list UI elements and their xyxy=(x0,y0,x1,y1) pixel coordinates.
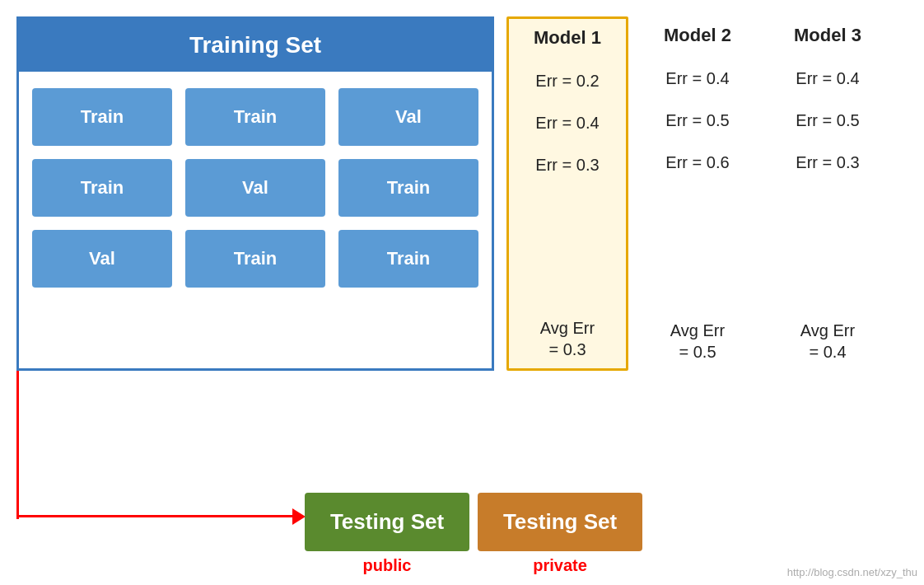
model3-err-1: Err = 0.5 xyxy=(796,111,859,130)
training-cell-r2-c1: Train xyxy=(185,230,325,288)
model1-err-2: Err = 0.3 xyxy=(535,156,599,175)
model2-err-1: Err = 0.5 xyxy=(665,111,729,130)
testing-private-item: Testing Set private xyxy=(478,493,642,575)
testing-public-label: public xyxy=(363,556,412,575)
model1-column: Model 1Err = 0.2Err = 0.4Err = 0.3Avg Er… xyxy=(506,16,628,371)
model3-avg: Avg Err= 0.4 xyxy=(800,311,855,363)
model1-avg: Avg Err= 0.3 xyxy=(540,309,595,360)
training-set-header: Training Set xyxy=(19,19,492,72)
model3-err-2: Err = 0.3 xyxy=(796,153,859,172)
model3-title: Model 3 xyxy=(794,25,861,46)
model3-column: Model 3Err = 0.4Err = 0.5Err = 0.3Avg Er… xyxy=(767,16,889,371)
model2-column: Model 2Err = 0.4Err = 0.5Err = 0.6Avg Er… xyxy=(637,16,758,371)
training-cell-r2-c0: Val xyxy=(32,230,172,288)
model2-avg: Avg Err= 0.5 xyxy=(670,311,725,363)
red-horizontal-line xyxy=(16,515,296,517)
training-cell-r0-c1: Train xyxy=(185,88,325,146)
model1-title: Model 1 xyxy=(534,27,601,49)
model1-err-1: Err = 0.4 xyxy=(535,114,599,133)
red-arrow-head xyxy=(292,508,306,525)
training-cell-r1-c2: Train xyxy=(338,159,478,217)
training-cell-r0-c0: Train xyxy=(32,88,172,146)
model1-err-0: Err = 0.2 xyxy=(535,72,599,91)
training-cell-r1-c1: Val xyxy=(185,159,325,217)
model3-err-0: Err = 0.4 xyxy=(796,69,859,88)
model1-column: Model 1Err = 0.2Err = 0.4Err = 0.3Avg Er… xyxy=(506,16,889,371)
testing-public-box: Testing Set xyxy=(305,493,469,551)
testing-private-label: private xyxy=(533,556,587,575)
model2-err-2: Err = 0.6 xyxy=(665,153,729,172)
model2-title: Model 2 xyxy=(664,25,731,46)
training-cell-r2-c2: Train xyxy=(338,230,478,288)
model2-err-0: Err = 0.4 xyxy=(665,69,729,88)
training-set-container: Training Set TrainTrainValTrainValTrainV… xyxy=(16,16,494,371)
training-cell-r0-c2: Val xyxy=(338,88,478,146)
watermark: http://blog.csdn.net/xzy_thu xyxy=(787,566,917,578)
training-grid: TrainTrainValTrainValTrainValTrainTrain xyxy=(19,75,492,301)
training-cell-r1-c0: Train xyxy=(32,159,172,217)
testing-private-box: Testing Set xyxy=(478,493,642,551)
testing-area: Testing Set public Testing Set private xyxy=(305,493,642,575)
testing-public-item: Testing Set public xyxy=(305,493,469,575)
